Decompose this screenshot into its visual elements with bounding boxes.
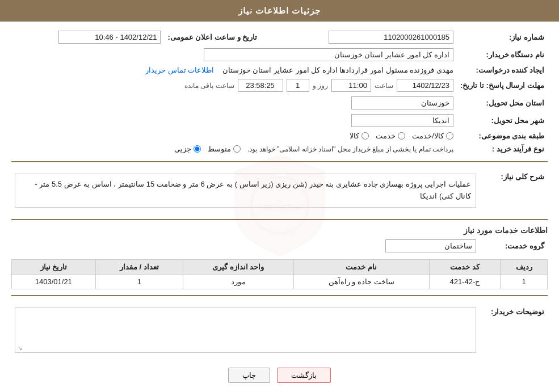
- gorohe-value: ساختمان: [385, 239, 476, 252]
- mohlat-date-field: 1402/12/23: [397, 79, 453, 92]
- tosihaat-label: توضیحات خریدار:: [480, 302, 548, 359]
- noe-jozee-radio[interactable]: [194, 145, 201, 153]
- etelaat-khadamat-title: اطلاعات خدمات مورد نیاز: [11, 226, 548, 235]
- col-tedad: تعداد / مقدار: [95, 260, 183, 275]
- cell-radif: 1: [501, 275, 548, 289]
- cell-kod: ج-42-421: [429, 275, 501, 289]
- tarikh-value: 1402/12/21 - 10:46: [11, 28, 164, 46]
- noe-jozee-option[interactable]: جزیی: [174, 145, 201, 153]
- tarikh-field: 1402/12/21 - 10:46: [58, 31, 161, 44]
- tosihaat-table: توضیحات خریدار: ↘: [11, 302, 548, 359]
- shahr-field: اندیکا: [351, 114, 453, 127]
- service-table: ردیف کد خدمت نام خدمت واحد اندازه گیری ت…: [11, 259, 548, 289]
- tabaqe-label: طبقه بندی موضوعی:: [457, 129, 548, 142]
- noe-motavaset-option[interactable]: متوسط: [208, 145, 241, 153]
- tarikh-label: تاریخ و ساعت اعلان عمومی:: [164, 28, 260, 46]
- namdastgah-field: اداره کل امور عشایر استان خوزستان: [204, 48, 453, 61]
- sharh-value: عملیات اجرایی پروژه بهسازی جاده عشایری ب…: [15, 174, 476, 208]
- shomare-niaz-value: 1102000261000185: [272, 28, 457, 46]
- sharh-label: شرح کلی نیاز:: [480, 168, 548, 213]
- noe-jozee-label: جزیی: [174, 145, 191, 153]
- col-kod: کد خدمت: [429, 260, 501, 275]
- cell-tarikh: 1403/01/21: [12, 275, 96, 289]
- cell-nam: ساخت جاده و راه‌آهن: [293, 275, 429, 289]
- col-nam: نام خدمت: [293, 260, 429, 275]
- sharh-table: شرح کلی نیاز: عملیات اجرایی پروژه بهسازی…: [11, 168, 548, 213]
- noe-farayand-label: نوع فرآیند خرید :: [457, 142, 548, 155]
- ostan-field: خوزستان: [351, 96, 453, 109]
- col-tarikh: تاریخ نیاز: [12, 260, 96, 275]
- col-vahed: واحد اندازه گیری: [183, 260, 294, 275]
- divider1: [11, 161, 548, 162]
- footer-buttons: بازگشت چاپ: [11, 368, 548, 383]
- col-radif: ردیف: [501, 260, 548, 275]
- print-button[interactable]: چاپ: [228, 368, 270, 383]
- table-row: 1 ج-42-421 ساخت جاده و راه‌آهن مورد 1 14…: [12, 275, 548, 289]
- tabaqe-kala-khadamat-option[interactable]: کالا/خدمت: [412, 132, 453, 140]
- divider2: [11, 219, 548, 220]
- mohlat-rooz-label: روز و: [313, 82, 328, 90]
- ejad-value: مهدی فروزنده مسئول امور قراردادها اداره …: [222, 66, 453, 74]
- tabaqe-kala-label: کالا: [350, 132, 359, 140]
- noe-motavaset-label: متوسط: [208, 145, 231, 153]
- resize-handle: ↘: [18, 345, 22, 351]
- mohlat-time-label: ساعت: [375, 82, 393, 90]
- shahr-label: شهر محل تحویل:: [457, 112, 548, 129]
- tabaqe-kala-khadamat-label: کالا/خدمت: [412, 132, 444, 140]
- ostan-label: استان محل تحویل:: [457, 94, 548, 112]
- gorohe-label: گروه خدمت:: [480, 237, 548, 255]
- tabaqe-khadamat-option[interactable]: خدمت: [376, 132, 405, 140]
- noe-farayand-note: پرداخت تمام یا بخشی از مبلغ خریداز محل "…: [247, 145, 453, 153]
- tabaqe-kala-option[interactable]: کالا: [350, 132, 369, 140]
- ejad-label: ایجاد کننده درخواست:: [457, 64, 548, 77]
- page-title: جزئیات اطلاعات نیاز: [238, 6, 321, 15]
- mohlat-label: مهلت ارسال پاسخ: تا تاریخ:: [457, 77, 548, 94]
- mohlat-countdown: 23:58:25: [238, 79, 283, 92]
- divider3: [11, 295, 548, 296]
- shomare-niaz-label: شماره نیاز:: [457, 28, 548, 46]
- mohlat-time-field: 11:00: [331, 79, 371, 92]
- etelaat-link[interactable]: اطلاعات تماس خریدار: [145, 66, 214, 74]
- mohlat-rooz-field: 1: [287, 79, 309, 92]
- namdastgah-label: نام دستگاه خریدار:: [457, 46, 548, 64]
- tabaqe-khadamat-label: خدمت: [376, 132, 396, 140]
- tabaqe-kala-khadamat-radio[interactable]: [446, 132, 453, 140]
- back-button[interactable]: بازگشت: [277, 368, 331, 383]
- tabaqe-kala-radio[interactable]: [362, 132, 369, 140]
- page-header: جزئیات اطلاعات نیاز: [0, 0, 559, 22]
- cell-vahed: مورد: [183, 275, 294, 289]
- tabaqe-khadamat-radio[interactable]: [398, 132, 405, 140]
- mohlat-remain-label: ساعت باقی مانده: [184, 82, 234, 90]
- shomare-niaz-field: 1102000261000185: [329, 31, 453, 44]
- tosihaat-box[interactable]: ↘: [15, 307, 476, 353]
- cell-tedad: 1: [95, 275, 183, 289]
- gorohe-table: گروه خدمت: ساختمان: [11, 237, 548, 255]
- info-table: شماره نیاز: 1102000261000185 تاریخ و ساع…: [11, 28, 548, 155]
- noe-motavaset-radio[interactable]: [233, 145, 241, 153]
